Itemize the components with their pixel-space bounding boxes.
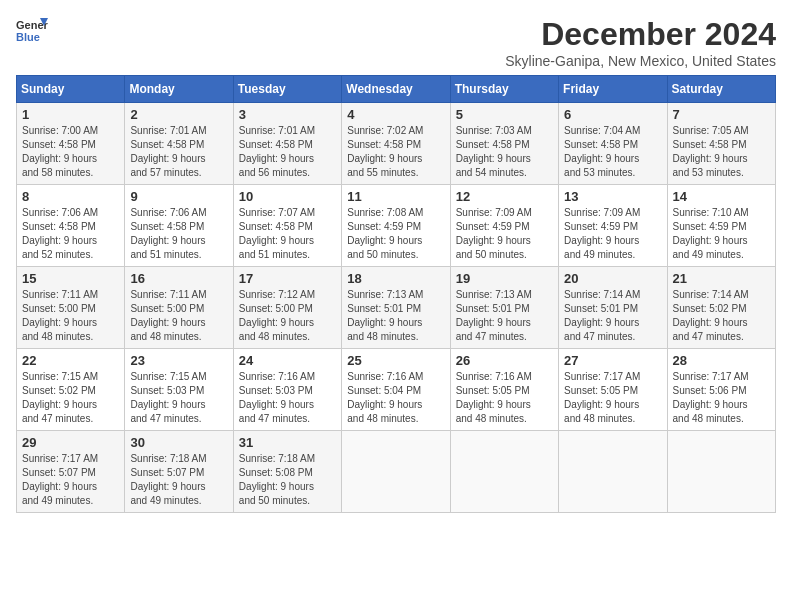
day-number: 13: [564, 189, 661, 204]
calendar-cell: 16Sunrise: 7:11 AM Sunset: 5:00 PM Dayli…: [125, 267, 233, 349]
calendar-week-1: 1Sunrise: 7:00 AM Sunset: 4:58 PM Daylig…: [17, 103, 776, 185]
calendar-cell: 17Sunrise: 7:12 AM Sunset: 5:00 PM Dayli…: [233, 267, 341, 349]
calendar-cell: 18Sunrise: 7:13 AM Sunset: 5:01 PM Dayli…: [342, 267, 450, 349]
day-info: Sunrise: 7:03 AM Sunset: 4:58 PM Dayligh…: [456, 124, 553, 180]
page-header: General Blue December 2024 Skyline-Ganip…: [16, 16, 776, 69]
day-info: Sunrise: 7:17 AM Sunset: 5:05 PM Dayligh…: [564, 370, 661, 426]
calendar-cell: 31Sunrise: 7:18 AM Sunset: 5:08 PM Dayli…: [233, 431, 341, 513]
calendar-cell: 19Sunrise: 7:13 AM Sunset: 5:01 PM Dayli…: [450, 267, 558, 349]
calendar-cell: 24Sunrise: 7:16 AM Sunset: 5:03 PM Dayli…: [233, 349, 341, 431]
calendar-cell: 12Sunrise: 7:09 AM Sunset: 4:59 PM Dayli…: [450, 185, 558, 267]
day-number: 5: [456, 107, 553, 122]
calendar-cell: 4Sunrise: 7:02 AM Sunset: 4:58 PM Daylig…: [342, 103, 450, 185]
day-info: Sunrise: 7:06 AM Sunset: 4:58 PM Dayligh…: [22, 206, 119, 262]
calendar-cell: 21Sunrise: 7:14 AM Sunset: 5:02 PM Dayli…: [667, 267, 775, 349]
day-number: 28: [673, 353, 770, 368]
day-info: Sunrise: 7:14 AM Sunset: 5:02 PM Dayligh…: [673, 288, 770, 344]
calendar-cell: 9Sunrise: 7:06 AM Sunset: 4:58 PM Daylig…: [125, 185, 233, 267]
day-number: 8: [22, 189, 119, 204]
day-number: 12: [456, 189, 553, 204]
svg-text:Blue: Blue: [16, 31, 40, 43]
day-number: 26: [456, 353, 553, 368]
column-header-sunday: Sunday: [17, 76, 125, 103]
column-header-thursday: Thursday: [450, 76, 558, 103]
day-info: Sunrise: 7:09 AM Sunset: 4:59 PM Dayligh…: [456, 206, 553, 262]
day-info: Sunrise: 7:15 AM Sunset: 5:02 PM Dayligh…: [22, 370, 119, 426]
day-number: 18: [347, 271, 444, 286]
day-info: Sunrise: 7:14 AM Sunset: 5:01 PM Dayligh…: [564, 288, 661, 344]
calendar-cell: 6Sunrise: 7:04 AM Sunset: 4:58 PM Daylig…: [559, 103, 667, 185]
calendar-cell: 10Sunrise: 7:07 AM Sunset: 4:58 PM Dayli…: [233, 185, 341, 267]
calendar-cell: 1Sunrise: 7:00 AM Sunset: 4:58 PM Daylig…: [17, 103, 125, 185]
calendar-cell: 20Sunrise: 7:14 AM Sunset: 5:01 PM Dayli…: [559, 267, 667, 349]
day-number: 3: [239, 107, 336, 122]
calendar-cell: [667, 431, 775, 513]
calendar-table: SundayMondayTuesdayWednesdayThursdayFrid…: [16, 75, 776, 513]
day-number: 6: [564, 107, 661, 122]
day-number: 29: [22, 435, 119, 450]
day-info: Sunrise: 7:01 AM Sunset: 4:58 PM Dayligh…: [130, 124, 227, 180]
day-number: 20: [564, 271, 661, 286]
day-info: Sunrise: 7:16 AM Sunset: 5:04 PM Dayligh…: [347, 370, 444, 426]
logo: General Blue: [16, 16, 48, 44]
day-info: Sunrise: 7:13 AM Sunset: 5:01 PM Dayligh…: [456, 288, 553, 344]
month-title: December 2024: [505, 16, 776, 53]
day-number: 16: [130, 271, 227, 286]
day-number: 17: [239, 271, 336, 286]
day-number: 24: [239, 353, 336, 368]
calendar-cell: 30Sunrise: 7:18 AM Sunset: 5:07 PM Dayli…: [125, 431, 233, 513]
calendar-cell: 27Sunrise: 7:17 AM Sunset: 5:05 PM Dayli…: [559, 349, 667, 431]
day-number: 4: [347, 107, 444, 122]
day-info: Sunrise: 7:09 AM Sunset: 4:59 PM Dayligh…: [564, 206, 661, 262]
column-header-tuesday: Tuesday: [233, 76, 341, 103]
day-info: Sunrise: 7:13 AM Sunset: 5:01 PM Dayligh…: [347, 288, 444, 344]
calendar-cell: 11Sunrise: 7:08 AM Sunset: 4:59 PM Dayli…: [342, 185, 450, 267]
day-number: 10: [239, 189, 336, 204]
calendar-cell: 23Sunrise: 7:15 AM Sunset: 5:03 PM Dayli…: [125, 349, 233, 431]
day-info: Sunrise: 7:16 AM Sunset: 5:03 PM Dayligh…: [239, 370, 336, 426]
day-number: 9: [130, 189, 227, 204]
day-number: 15: [22, 271, 119, 286]
day-info: Sunrise: 7:07 AM Sunset: 4:58 PM Dayligh…: [239, 206, 336, 262]
day-info: Sunrise: 7:05 AM Sunset: 4:58 PM Dayligh…: [673, 124, 770, 180]
calendar-cell: 22Sunrise: 7:15 AM Sunset: 5:02 PM Dayli…: [17, 349, 125, 431]
calendar-cell: 7Sunrise: 7:05 AM Sunset: 4:58 PM Daylig…: [667, 103, 775, 185]
day-number: 1: [22, 107, 119, 122]
day-number: 30: [130, 435, 227, 450]
day-info: Sunrise: 7:17 AM Sunset: 5:06 PM Dayligh…: [673, 370, 770, 426]
day-info: Sunrise: 7:08 AM Sunset: 4:59 PM Dayligh…: [347, 206, 444, 262]
column-header-saturday: Saturday: [667, 76, 775, 103]
day-number: 11: [347, 189, 444, 204]
title-block: December 2024 Skyline-Ganipa, New Mexico…: [505, 16, 776, 69]
calendar-header-row: SundayMondayTuesdayWednesdayThursdayFrid…: [17, 76, 776, 103]
column-header-wednesday: Wednesday: [342, 76, 450, 103]
calendar-cell: 25Sunrise: 7:16 AM Sunset: 5:04 PM Dayli…: [342, 349, 450, 431]
day-number: 23: [130, 353, 227, 368]
calendar-week-5: 29Sunrise: 7:17 AM Sunset: 5:07 PM Dayli…: [17, 431, 776, 513]
day-info: Sunrise: 7:10 AM Sunset: 4:59 PM Dayligh…: [673, 206, 770, 262]
day-info: Sunrise: 7:17 AM Sunset: 5:07 PM Dayligh…: [22, 452, 119, 508]
calendar-cell: 13Sunrise: 7:09 AM Sunset: 4:59 PM Dayli…: [559, 185, 667, 267]
day-number: 31: [239, 435, 336, 450]
day-number: 25: [347, 353, 444, 368]
day-info: Sunrise: 7:00 AM Sunset: 4:58 PM Dayligh…: [22, 124, 119, 180]
day-info: Sunrise: 7:12 AM Sunset: 5:00 PM Dayligh…: [239, 288, 336, 344]
logo-icon: General Blue: [16, 16, 48, 44]
calendar-cell: [450, 431, 558, 513]
day-info: Sunrise: 7:18 AM Sunset: 5:07 PM Dayligh…: [130, 452, 227, 508]
day-info: Sunrise: 7:11 AM Sunset: 5:00 PM Dayligh…: [130, 288, 227, 344]
calendar-cell: [342, 431, 450, 513]
calendar-cell: 8Sunrise: 7:06 AM Sunset: 4:58 PM Daylig…: [17, 185, 125, 267]
day-number: 2: [130, 107, 227, 122]
calendar-cell: 5Sunrise: 7:03 AM Sunset: 4:58 PM Daylig…: [450, 103, 558, 185]
calendar-cell: 29Sunrise: 7:17 AM Sunset: 5:07 PM Dayli…: [17, 431, 125, 513]
calendar-cell: 15Sunrise: 7:11 AM Sunset: 5:00 PM Dayli…: [17, 267, 125, 349]
day-info: Sunrise: 7:15 AM Sunset: 5:03 PM Dayligh…: [130, 370, 227, 426]
day-number: 27: [564, 353, 661, 368]
calendar-cell: [559, 431, 667, 513]
calendar-week-3: 15Sunrise: 7:11 AM Sunset: 5:00 PM Dayli…: [17, 267, 776, 349]
calendar-cell: 14Sunrise: 7:10 AM Sunset: 4:59 PM Dayli…: [667, 185, 775, 267]
day-number: 7: [673, 107, 770, 122]
day-number: 21: [673, 271, 770, 286]
calendar-cell: 2Sunrise: 7:01 AM Sunset: 4:58 PM Daylig…: [125, 103, 233, 185]
